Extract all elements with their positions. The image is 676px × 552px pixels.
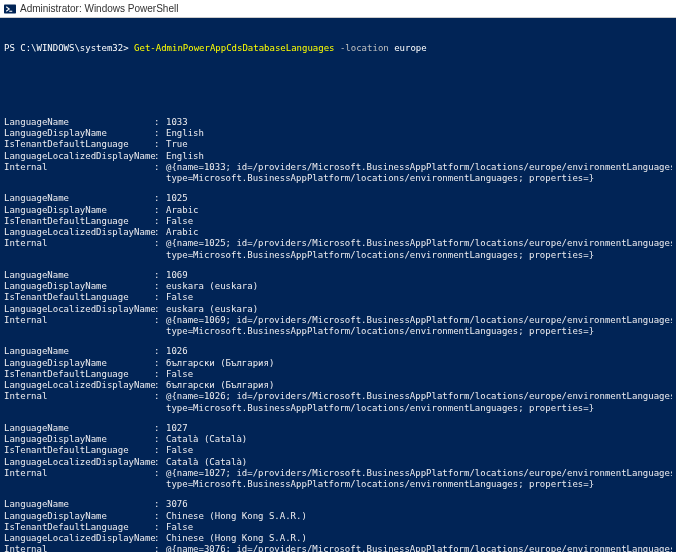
output-value: False: [166, 445, 193, 456]
output-value: @{name=1025; id=/providers/Microsoft.Bus…: [166, 238, 672, 249]
output-value: 1033: [166, 117, 188, 128]
output-value: български (България): [166, 380, 274, 391]
output-value-continued: type=Microsoft.BusinessAppPlatform/locat…: [166, 173, 672, 184]
output-key: Internal: [4, 162, 154, 173]
output-row: Internal: @{name=1026; id=/providers/Mic…: [4, 391, 672, 402]
output-sep: :: [154, 457, 166, 468]
output-row: LanguageName: 1026: [4, 346, 672, 357]
output-key: IsTenantDefaultLanguage: [4, 292, 154, 303]
output-key: LanguageDisplayName: [4, 511, 154, 522]
output-sep: :: [154, 216, 166, 227]
output-value: False: [166, 216, 193, 227]
prompt-cmdlet: Get-AdminPowerAppCdsDatabaseLanguages: [134, 43, 334, 53]
output-row: LanguageLocalizedDisplayName: euskara (e…: [4, 304, 672, 315]
output-key: Internal: [4, 468, 154, 479]
output-row: Internal: @{name=1033; id=/providers/Mic…: [4, 162, 672, 173]
output-sep: :: [154, 358, 166, 369]
output-sep: :: [154, 270, 166, 281]
output-key: LanguageLocalizedDisplayName: [4, 151, 154, 162]
output-row: LanguageName: 1025: [4, 193, 672, 204]
output-row: IsTenantDefaultLanguage: False: [4, 522, 672, 533]
output-row: Internal: @{name=3076; id=/providers/Mic…: [4, 544, 672, 552]
window-titlebar[interactable]: Administrator: Windows PowerShell: [0, 0, 676, 18]
output-value-continued: type=Microsoft.BusinessAppPlatform/locat…: [166, 403, 672, 414]
powershell-icon: [4, 3, 16, 15]
output-key: LanguageDisplayName: [4, 281, 154, 292]
output-sep: :: [154, 468, 166, 479]
prompt-param-value: europe: [394, 43, 427, 53]
output-key: LanguageName: [4, 117, 154, 128]
output-sep: :: [154, 499, 166, 510]
output-key: LanguageDisplayName: [4, 358, 154, 369]
output-record: LanguageName: 1027LanguageDisplayName: C…: [4, 423, 672, 491]
output-key: LanguageDisplayName: [4, 128, 154, 139]
output-row: LanguageDisplayName: Arabic: [4, 205, 672, 216]
output-record: LanguageName: 1033LanguageDisplayName: E…: [4, 117, 672, 185]
output-sep: :: [154, 511, 166, 522]
output-key: Internal: [4, 315, 154, 326]
output-value-continued: type=Microsoft.BusinessAppPlatform/locat…: [166, 250, 672, 261]
output-row: IsTenantDefaultLanguage: False: [4, 292, 672, 303]
output-record: LanguageName: 1025LanguageDisplayName: A…: [4, 193, 672, 261]
output-value: 1025: [166, 193, 188, 204]
output-value-continued: type=Microsoft.BusinessAppPlatform/locat…: [166, 479, 672, 490]
output-value: 1069: [166, 270, 188, 281]
output-sep: :: [154, 304, 166, 315]
output-record: LanguageName: 1026LanguageDisplayName: б…: [4, 346, 672, 414]
output-key: LanguageLocalizedDisplayName: [4, 304, 154, 315]
output-row: Internal: @{name=1027; id=/providers/Mic…: [4, 468, 672, 479]
output-sep: :: [154, 391, 166, 402]
output-row: Internal: @{name=1069; id=/providers/Mic…: [4, 315, 672, 326]
output-key: IsTenantDefaultLanguage: [4, 139, 154, 150]
terminal-output[interactable]: PS C:\WINDOWS\system32> Get-AdminPowerAp…: [0, 18, 676, 552]
output-key: LanguageName: [4, 346, 154, 357]
output-value: euskara (euskara): [166, 304, 258, 315]
output-value: Arabic: [166, 205, 199, 216]
output-row: IsTenantDefaultLanguage: False: [4, 216, 672, 227]
output-row: IsTenantDefaultLanguage: False: [4, 445, 672, 456]
output-sep: :: [154, 139, 166, 150]
output-value: @{name=1033; id=/providers/Microsoft.Bus…: [166, 162, 672, 173]
prompt-param-name: -location: [335, 43, 395, 53]
output-key: LanguageDisplayName: [4, 434, 154, 445]
output-sep: :: [154, 445, 166, 456]
output-row: LanguageName: 3076: [4, 499, 672, 510]
output-sep: :: [154, 205, 166, 216]
output-row: LanguageDisplayName: Chinese (Hong Kong …: [4, 511, 672, 522]
output-key: IsTenantDefaultLanguage: [4, 522, 154, 533]
output-key: LanguageLocalizedDisplayName: [4, 533, 154, 544]
output-value: Arabic: [166, 227, 199, 238]
prompt-prefix: PS C:\WINDOWS\system32>: [4, 43, 134, 53]
output-key: LanguageLocalizedDisplayName: [4, 227, 154, 238]
output-value: 1027: [166, 423, 188, 434]
output-value: False: [166, 369, 193, 380]
output-record: LanguageName: 1069LanguageDisplayName: e…: [4, 270, 672, 338]
output-sep: :: [154, 380, 166, 391]
output-key: LanguageLocalizedDisplayName: [4, 380, 154, 391]
output-row: LanguageDisplayName: български (България…: [4, 358, 672, 369]
output-value: @{name=3076; id=/providers/Microsoft.Bus…: [166, 544, 672, 552]
output-record: LanguageName: 3076LanguageDisplayName: C…: [4, 499, 672, 552]
output-row: IsTenantDefaultLanguage: False: [4, 369, 672, 380]
output-row: LanguageLocalizedDisplayName: български …: [4, 380, 672, 391]
output-key: LanguageLocalizedDisplayName: [4, 457, 154, 468]
output-row: LanguageName: 1027: [4, 423, 672, 434]
output-row: LanguageDisplayName: Català (Català): [4, 434, 672, 445]
output-value: English: [166, 128, 204, 139]
output-sep: :: [154, 117, 166, 128]
output-row: IsTenantDefaultLanguage: True: [4, 139, 672, 150]
output-key: Internal: [4, 391, 154, 402]
output-sep: :: [154, 292, 166, 303]
output-row: LanguageLocalizedDisplayName: Arabic: [4, 227, 672, 238]
output-sep: :: [154, 346, 166, 357]
output-sep: :: [154, 193, 166, 204]
output-row: LanguageName: 1069: [4, 270, 672, 281]
window-title: Administrator: Windows PowerShell: [20, 3, 178, 14]
output-value: Chinese (Hong Kong S.A.R.): [166, 511, 307, 522]
output-value-continued: type=Microsoft.BusinessAppPlatform/locat…: [166, 326, 672, 337]
output-key: LanguageName: [4, 193, 154, 204]
output-key: IsTenantDefaultLanguage: [4, 369, 154, 380]
output-sep: :: [154, 281, 166, 292]
output-sep: :: [154, 315, 166, 326]
output-row: LanguageName: 1033: [4, 117, 672, 128]
